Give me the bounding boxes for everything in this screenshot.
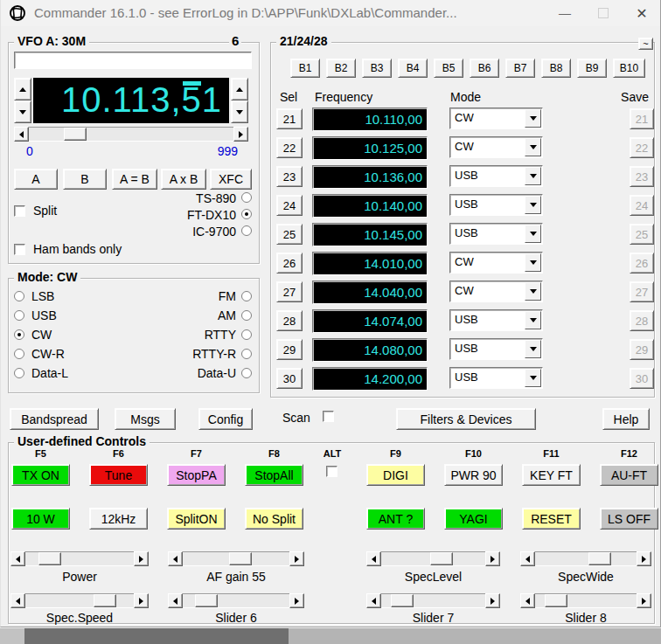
mode-datau-radio[interactable] bbox=[241, 368, 252, 378]
minimize-button[interactable]: — bbox=[546, 0, 584, 26]
slider-track[interactable] bbox=[381, 593, 485, 608]
memory-save-button[interactable]: 26 bbox=[630, 253, 654, 274]
slider-thumb[interactable] bbox=[229, 552, 252, 565]
slider-thumb[interactable] bbox=[588, 552, 611, 565]
memory-mode-select[interactable]: USB bbox=[449, 194, 543, 216]
slider-right-button[interactable] bbox=[289, 551, 304, 566]
bank-b6-button[interactable]: B6 bbox=[470, 59, 499, 78]
slider-right-button[interactable] bbox=[134, 593, 149, 608]
tx-on-button[interactable]: TX ON bbox=[11, 464, 70, 486]
stop-all-button[interactable]: StopAll bbox=[245, 464, 303, 486]
reset-button[interactable]: RESET bbox=[522, 508, 581, 530]
title-bar[interactable]: Commander 16.1.0 - see ErrorLog in D:\AP… bbox=[1, 0, 660, 26]
vfo-b-button[interactable]: B bbox=[63, 169, 107, 190]
memory-mode-select[interactable]: CW bbox=[449, 107, 543, 129]
spec-speed-slider[interactable] bbox=[10, 593, 149, 608]
rig-ts890-radio[interactable] bbox=[241, 192, 252, 203]
slider-track[interactable] bbox=[25, 593, 134, 608]
slider-left-button[interactable] bbox=[10, 593, 25, 608]
dropdown-button[interactable] bbox=[525, 340, 541, 358]
memory-select-button[interactable]: 23 bbox=[276, 166, 303, 187]
xfc-button[interactable]: XFC bbox=[210, 169, 252, 190]
mode-cwr-radio[interactable] bbox=[14, 349, 24, 359]
slider-thumb[interactable] bbox=[391, 594, 414, 607]
a-equals-b-button[interactable]: A = B bbox=[112, 169, 157, 190]
vfo-a-button[interactable]: A bbox=[14, 169, 58, 190]
slider-right-button[interactable] bbox=[134, 551, 149, 566]
ant-button[interactable]: ANT ? bbox=[366, 508, 425, 530]
msgs-button[interactable]: Msgs bbox=[115, 408, 176, 430]
memory-mode-select[interactable]: USB bbox=[449, 338, 543, 360]
memory-collapse-button[interactable]: ~ bbox=[638, 38, 653, 50]
bank-b10-button[interactable]: B10 bbox=[613, 59, 645, 78]
slider-track[interactable] bbox=[535, 551, 637, 566]
slider-8[interactable] bbox=[520, 593, 651, 608]
dropdown-button[interactable] bbox=[525, 225, 541, 243]
memory-select-button[interactable]: 25 bbox=[276, 224, 303, 245]
mode-lsb-radio[interactable] bbox=[14, 291, 24, 301]
slider-right-button[interactable] bbox=[485, 593, 500, 608]
au-ft-button[interactable]: AU-FT bbox=[600, 464, 658, 486]
slider-thumb[interactable] bbox=[430, 552, 453, 565]
twelve-khz-button[interactable]: 12kHz bbox=[89, 508, 148, 530]
slider-left-button[interactable] bbox=[168, 551, 183, 566]
slider-right-button[interactable] bbox=[637, 593, 651, 608]
dropdown-button[interactable] bbox=[525, 311, 541, 329]
dropdown-button[interactable] bbox=[525, 282, 541, 301]
memory-save-button[interactable]: 23 bbox=[630, 166, 654, 187]
filters-devices-button[interactable]: Filters & Devices bbox=[396, 408, 536, 430]
memory-select-button[interactable]: 27 bbox=[276, 281, 303, 302]
ten-w-button[interactable]: 10 W bbox=[11, 508, 70, 530]
close-button[interactable]: ✕ bbox=[623, 0, 661, 26]
slider-left-button[interactable] bbox=[520, 551, 535, 566]
slider-thumb[interactable] bbox=[545, 594, 567, 607]
specwide-slider[interactable] bbox=[520, 551, 651, 566]
memory-mode-select[interactable]: CW bbox=[449, 280, 543, 302]
vfo-tuning-scrollbar[interactable] bbox=[14, 127, 248, 142]
af-gain-slider[interactable] bbox=[168, 551, 304, 566]
slider-thumb[interactable] bbox=[195, 594, 218, 607]
split-checkbox[interactable] bbox=[14, 205, 25, 217]
memory-select-button[interactable]: 24 bbox=[276, 195, 303, 216]
bank-b8-button[interactable]: B8 bbox=[541, 59, 571, 78]
slider-right-button[interactable] bbox=[289, 593, 304, 608]
vfo-up-button[interactable] bbox=[231, 78, 248, 100]
bank-b4-button[interactable]: B4 bbox=[398, 59, 428, 78]
no-split-button[interactable]: No Split bbox=[245, 508, 303, 530]
memory-select-button[interactable]: 29 bbox=[276, 339, 303, 360]
help-button[interactable]: Help bbox=[602, 408, 650, 430]
slider-left-button[interactable] bbox=[520, 593, 535, 608]
memory-save-button[interactable]: 30 bbox=[630, 368, 654, 389]
memory-mode-select[interactable]: USB bbox=[449, 367, 543, 389]
dropdown-button[interactable] bbox=[525, 138, 541, 156]
stop-pa-button[interactable]: StopPA bbox=[167, 464, 226, 486]
bank-b3-button[interactable]: B3 bbox=[362, 59, 392, 78]
config-button[interactable]: Config bbox=[198, 408, 253, 430]
vfo-up-button[interactable] bbox=[14, 78, 31, 100]
bandspread-button[interactable]: Bandspread bbox=[10, 408, 99, 430]
slider-6[interactable] bbox=[168, 593, 304, 608]
alt-checkbox[interactable] bbox=[326, 466, 337, 477]
memory-mode-select[interactable]: CW bbox=[449, 252, 543, 274]
bank-b1-button[interactable]: B1 bbox=[290, 59, 320, 78]
rig-ic9700-radio[interactable] bbox=[241, 225, 252, 236]
ls-off-button[interactable]: LS OFF bbox=[600, 508, 658, 530]
memory-mode-select[interactable]: USB bbox=[449, 309, 543, 331]
slider-track[interactable] bbox=[183, 551, 289, 566]
mode-fm-radio[interactable] bbox=[241, 291, 252, 301]
slider-track[interactable] bbox=[25, 551, 134, 566]
mode-am-radio[interactable] bbox=[241, 310, 252, 321]
scroll-right-button[interactable] bbox=[233, 127, 248, 142]
memory-select-button[interactable]: 26 bbox=[276, 253, 303, 274]
slider-thumb[interactable] bbox=[94, 594, 116, 607]
dropdown-button[interactable] bbox=[525, 167, 541, 185]
memory-save-button[interactable]: 21 bbox=[630, 108, 654, 129]
mode-rtty-radio[interactable] bbox=[241, 329, 252, 340]
pwr-90-button[interactable]: PWR 90 bbox=[444, 464, 503, 486]
memory-select-button[interactable]: 30 bbox=[276, 368, 303, 389]
speclevel-slider[interactable] bbox=[366, 551, 500, 566]
dropdown-button[interactable] bbox=[525, 369, 541, 387]
slider-right-button[interactable] bbox=[637, 551, 651, 566]
rig-ftdx10-radio[interactable] bbox=[241, 209, 252, 219]
scrollbar-track[interactable] bbox=[29, 127, 233, 142]
